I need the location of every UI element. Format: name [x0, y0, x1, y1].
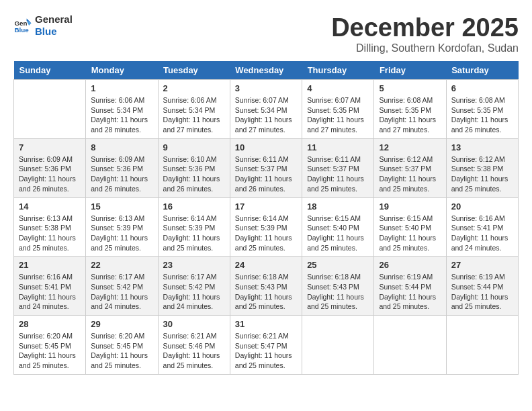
day-info: Sunrise: 6:09 AMSunset: 5:36 PMDaylight:… [19, 154, 81, 194]
day-cell: 30Sunrise: 6:21 AMSunset: 5:46 PMDayligh… [158, 316, 230, 375]
day-number: 31 [235, 319, 297, 329]
title-area: December 2025 Dilling, Southern Kordofan… [331, 13, 519, 54]
day-info: Sunrise: 6:08 AMSunset: 5:35 PMDaylight:… [451, 95, 513, 135]
day-info: Sunrise: 6:13 AMSunset: 5:39 PMDaylight:… [91, 214, 152, 253]
day-cell: 21Sunrise: 6:16 AMSunset: 5:41 PMDayligh… [14, 257, 86, 316]
day-info: Sunrise: 6:20 AMSunset: 5:45 PMDaylight:… [91, 331, 152, 371]
day-number: 2 [163, 83, 225, 93]
day-info: Sunrise: 6:15 AMSunset: 5:40 PMDaylight:… [307, 214, 369, 253]
day-info: Sunrise: 6:16 AMSunset: 5:41 PMDaylight:… [19, 272, 81, 312]
day-number: 27 [451, 260, 513, 270]
day-cell: 31Sunrise: 6:21 AMSunset: 5:47 PMDayligh… [230, 316, 302, 375]
day-number: 25 [307, 260, 369, 270]
day-number: 18 [307, 201, 369, 212]
day-number: 4 [307, 83, 369, 93]
day-number: 30 [163, 319, 225, 329]
day-cell: 10Sunrise: 6:11 AMSunset: 5:37 PMDayligh… [230, 138, 302, 197]
day-number: 13 [451, 142, 513, 152]
day-info: Sunrise: 6:16 AMSunset: 5:41 PMDaylight:… [451, 214, 513, 253]
day-number: 9 [163, 142, 225, 152]
day-info: Sunrise: 6:19 AMSunset: 5:44 PMDaylight:… [379, 272, 441, 312]
day-cell: 14Sunrise: 6:13 AMSunset: 5:38 PMDayligh… [14, 197, 86, 257]
col-header-thursday: Thursday [302, 61, 374, 80]
day-number: 1 [91, 83, 152, 93]
day-info: Sunrise: 6:08 AMSunset: 5:35 PMDaylight:… [379, 95, 441, 135]
week-row-2: 7Sunrise: 6:09 AMSunset: 5:36 PMDaylight… [14, 138, 519, 197]
day-cell [302, 316, 374, 375]
day-number: 7 [19, 142, 81, 152]
col-header-sunday: Sunday [14, 61, 86, 80]
day-info: Sunrise: 6:09 AMSunset: 5:36 PMDaylight:… [91, 154, 152, 194]
day-cell: 5Sunrise: 6:08 AMSunset: 5:35 PMDaylight… [374, 80, 446, 139]
day-cell: 16Sunrise: 6:14 AMSunset: 5:39 PMDayligh… [158, 197, 230, 257]
day-cell: 17Sunrise: 6:14 AMSunset: 5:39 PMDayligh… [230, 197, 302, 257]
day-number: 10 [235, 142, 297, 152]
day-number: 19 [379, 201, 441, 212]
day-cell: 2Sunrise: 6:06 AMSunset: 5:34 PMDaylight… [158, 80, 230, 139]
col-header-friday: Friday [374, 61, 446, 80]
month-title: December 2025 [331, 13, 519, 42]
day-cell: 27Sunrise: 6:19 AMSunset: 5:44 PMDayligh… [446, 257, 518, 316]
day-number: 6 [451, 83, 513, 93]
day-number: 28 [19, 319, 81, 329]
day-number: 22 [91, 260, 152, 270]
day-info: Sunrise: 6:21 AMSunset: 5:47 PMDaylight:… [235, 331, 297, 371]
col-header-saturday: Saturday [446, 61, 518, 80]
day-cell: 18Sunrise: 6:15 AMSunset: 5:40 PMDayligh… [302, 197, 374, 257]
calendar-table: SundayMondayTuesdayWednesdayThursdayFrid… [13, 61, 519, 375]
col-header-wednesday: Wednesday [230, 61, 302, 80]
day-number: 8 [91, 142, 152, 152]
week-row-5: 28Sunrise: 6:20 AMSunset: 5:45 PMDayligh… [14, 316, 519, 375]
day-cell: 23Sunrise: 6:17 AMSunset: 5:42 PMDayligh… [158, 257, 230, 316]
day-cell: 29Sunrise: 6:20 AMSunset: 5:45 PMDayligh… [86, 316, 158, 375]
day-cell: 6Sunrise: 6:08 AMSunset: 5:35 PMDaylight… [446, 80, 518, 139]
day-number: 24 [235, 260, 297, 270]
day-cell [446, 316, 518, 375]
day-cell: 20Sunrise: 6:16 AMSunset: 5:41 PMDayligh… [446, 197, 518, 257]
day-info: Sunrise: 6:19 AMSunset: 5:44 PMDaylight:… [451, 272, 513, 312]
day-cell: 25Sunrise: 6:18 AMSunset: 5:43 PMDayligh… [302, 257, 374, 316]
week-row-1: 1Sunrise: 6:06 AMSunset: 5:34 PMDaylight… [14, 80, 519, 139]
day-cell: 28Sunrise: 6:20 AMSunset: 5:45 PMDayligh… [14, 316, 86, 375]
day-number: 17 [235, 201, 297, 212]
day-number: 15 [91, 201, 152, 212]
day-cell: 3Sunrise: 6:07 AMSunset: 5:34 PMDaylight… [230, 80, 302, 139]
day-info: Sunrise: 6:06 AMSunset: 5:34 PMDaylight:… [163, 95, 225, 135]
col-header-monday: Monday [86, 61, 158, 80]
day-cell [14, 80, 86, 139]
day-cell: 9Sunrise: 6:10 AMSunset: 5:36 PMDaylight… [158, 138, 230, 197]
day-cell: 15Sunrise: 6:13 AMSunset: 5:39 PMDayligh… [86, 197, 158, 257]
day-cell: 26Sunrise: 6:19 AMSunset: 5:44 PMDayligh… [374, 257, 446, 316]
day-number: 5 [379, 83, 441, 93]
day-number: 20 [451, 201, 513, 212]
logo-line2: Blue [35, 26, 73, 38]
day-info: Sunrise: 6:07 AMSunset: 5:35 PMDaylight:… [307, 95, 369, 135]
day-info: Sunrise: 6:14 AMSunset: 5:39 PMDaylight:… [235, 214, 297, 253]
day-number: 26 [379, 260, 441, 270]
day-cell: 4Sunrise: 6:07 AMSunset: 5:35 PMDaylight… [302, 80, 374, 139]
day-info: Sunrise: 6:12 AMSunset: 5:38 PMDaylight:… [451, 154, 513, 194]
day-cell: 12Sunrise: 6:12 AMSunset: 5:37 PMDayligh… [374, 138, 446, 197]
week-row-4: 21Sunrise: 6:16 AMSunset: 5:41 PMDayligh… [14, 257, 519, 316]
day-info: Sunrise: 6:12 AMSunset: 5:37 PMDaylight:… [379, 154, 441, 194]
day-number: 14 [19, 201, 81, 212]
day-number: 11 [307, 142, 369, 152]
header-row: SundayMondayTuesdayWednesdayThursdayFrid… [14, 61, 519, 80]
day-number: 16 [163, 201, 225, 212]
day-info: Sunrise: 6:13 AMSunset: 5:38 PMDaylight:… [19, 214, 81, 253]
day-cell: 13Sunrise: 6:12 AMSunset: 5:38 PMDayligh… [446, 138, 518, 197]
day-info: Sunrise: 6:17 AMSunset: 5:42 PMDaylight:… [163, 272, 225, 312]
day-number: 12 [379, 142, 441, 152]
day-info: Sunrise: 6:15 AMSunset: 5:40 PMDaylight:… [379, 214, 441, 253]
header: Gen Blue General Blue December 2025 Dill… [13, 13, 519, 54]
svg-text:Blue: Blue [14, 26, 29, 34]
day-number: 21 [19, 260, 81, 270]
logo-line1: General [35, 13, 73, 26]
col-header-tuesday: Tuesday [158, 61, 230, 80]
logo-icon: Gen Blue [13, 16, 32, 35]
day-info: Sunrise: 6:07 AMSunset: 5:34 PMDaylight:… [235, 95, 297, 135]
location-title: Dilling, Southern Kordofan, Sudan [331, 42, 519, 54]
day-info: Sunrise: 6:21 AMSunset: 5:46 PMDaylight:… [163, 331, 225, 371]
day-cell [374, 316, 446, 375]
day-cell: 22Sunrise: 6:17 AMSunset: 5:42 PMDayligh… [86, 257, 158, 316]
